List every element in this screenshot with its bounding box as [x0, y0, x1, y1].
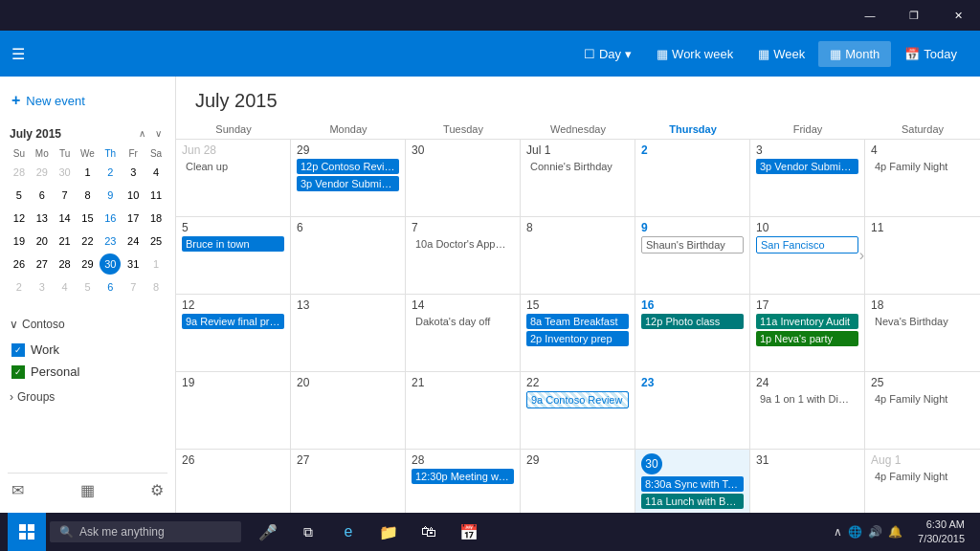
mini-cal-day[interactable]: 29 [32, 162, 53, 183]
event-vendor-sub-fri[interactable]: 3p Vendor Submissions [756, 159, 858, 174]
event-photo-class[interactable]: 12p Photo class [641, 314, 744, 329]
event-sync-tony[interactable]: 8:30a Sync with Tony [641, 476, 744, 492]
mini-cal-day[interactable]: 11 [145, 185, 167, 206]
mini-cal-day[interactable]: 7 [122, 276, 144, 298]
mini-cal-day[interactable]: 4 [55, 276, 76, 298]
event-contoso-review-22[interactable]: 9a Contoso Review [526, 391, 629, 408]
mini-cal-day[interactable]: 2 [9, 276, 30, 298]
mini-cal-day[interactable]: 22 [77, 231, 98, 252]
mini-cal-day[interactable]: 8 [145, 276, 167, 298]
network-icon[interactable]: 🌐 [848, 525, 862, 539]
work-week-nav-button[interactable]: ▦ Work week [645, 41, 745, 67]
volume-icon[interactable]: 🔊 [868, 525, 882, 539]
taskbar-folder-icon[interactable]: 📁 [369, 513, 408, 551]
event-team-breakfast[interactable]: 8a Team Breakfast [526, 314, 629, 329]
mini-cal-day[interactable]: 9 [100, 185, 121, 206]
mini-cal-day[interactable]: 14 [55, 208, 76, 229]
event-nevas-birthday[interactable]: Neva's Birthday [871, 314, 974, 329]
new-event-button[interactable]: + New event [8, 86, 167, 115]
mini-cal-day[interactable]: 21 [55, 231, 76, 252]
mini-cal-day[interactable]: 3 [32, 276, 53, 298]
notification-icon[interactable]: 🔔 [888, 525, 902, 539]
week-nav-button[interactable]: ▦ Week [746, 41, 816, 67]
event-review-final-project[interactable]: 9a Review final project [182, 314, 284, 329]
mini-cal-day[interactable]: 30 [55, 162, 76, 183]
search-input[interactable] [79, 525, 213, 539]
mini-cal-day[interactable]: 28 [9, 162, 30, 183]
mini-cal-day[interactable]: 26 [9, 253, 30, 275]
mini-cal-day[interactable]: 24 [122, 231, 144, 252]
taskbar-microphone-icon[interactable]: 🎤 [249, 513, 287, 551]
taskbar-store-icon[interactable]: 🛍 [410, 513, 448, 551]
close-button[interactable]: ✕ [936, 0, 980, 31]
mini-cal-day[interactable]: 17 [122, 208, 144, 229]
taskbar-edge-icon[interactable]: e [329, 513, 368, 551]
taskbar-task-view-icon[interactable]: ⧉ [289, 513, 327, 551]
event-cleanup[interactable]: Clean up [182, 159, 284, 174]
minimize-button[interactable]: — [848, 0, 892, 31]
event-dakotas-day-off[interactable]: Dakota's day off [412, 314, 514, 329]
event-contoso-review[interactable]: 12p Contoso Review [297, 159, 399, 174]
mini-cal-day[interactable]: 6 [100, 276, 121, 298]
event-inventory-audit[interactable]: 11a Inventory Audit [756, 314, 858, 329]
mini-cal-day[interactable]: 8 [77, 185, 98, 206]
event-meeting-with-m[interactable]: 12:30p Meeting with M [412, 469, 514, 484]
work-calendar-item[interactable]: ✓ Work [8, 339, 167, 361]
mini-cal-day[interactable]: 28 [55, 253, 76, 275]
taskbar-calendar-app-icon[interactable]: 📅 [450, 513, 488, 551]
event-doctors-appoint[interactable]: 10a Doctor's Appoint [412, 236, 514, 252]
mini-cal-day[interactable]: 13 [32, 208, 53, 229]
mini-cal-day[interactable]: 6 [32, 185, 53, 206]
day-nav-button[interactable]: ☐ Day ▾ [572, 41, 643, 67]
event-inventory-prep[interactable]: 2p Inventory prep [526, 331, 629, 346]
event-nevas-party[interactable]: 1p Neva's party [756, 331, 858, 346]
mini-cal-day[interactable]: 20 [32, 231, 53, 252]
work-checkbox[interactable]: ✓ [11, 343, 25, 357]
personal-calendar-item[interactable]: ✓ Personal [8, 361, 167, 383]
hamburger-icon[interactable]: ☰ [11, 45, 25, 63]
event-san-francisco[interactable]: San Fancisco [756, 236, 858, 253]
mini-cal-day[interactable]: 15 [77, 208, 98, 229]
mini-cal-day[interactable]: 29 [77, 253, 98, 275]
mini-cal-day[interactable]: 4 [145, 162, 167, 183]
mini-cal-prev-button[interactable]: ∧ [135, 126, 149, 141]
mini-cal-day[interactable]: 25 [145, 231, 167, 252]
event-family-night-4[interactable]: 4p Family Night [871, 159, 974, 174]
event-lunch-barbra[interactable]: 11a Lunch with Barbra [641, 494, 744, 509]
mini-cal-day[interactable]: 12 [9, 208, 30, 229]
taskbar-time[interactable]: 6:30 AM 7/30/2015 [910, 518, 972, 547]
groups-header[interactable]: › Groups [8, 383, 167, 408]
chevron-up-icon[interactable]: ∧ [834, 525, 842, 539]
event-bruce-in-town[interactable]: Bruce in town [182, 236, 284, 252]
mini-cal-day[interactable]: 27 [32, 253, 53, 275]
search-bar[interactable]: 🔍 [50, 521, 241, 542]
today-nav-button[interactable]: 📅 Today [893, 41, 969, 67]
event-shauns-birthday[interactable]: Shaun's Birthday [641, 236, 744, 253]
mini-cal-day[interactable]: 18 [145, 208, 167, 229]
event-connies-birthday[interactable]: Connie's Birthday [526, 159, 629, 174]
mini-cal-day[interactable]: 7 [55, 185, 76, 206]
mini-cal-day[interactable]: 16 [100, 208, 121, 229]
calendars-header[interactable]: ∨ Contoso [8, 314, 167, 339]
event-family-night-aug1[interactable]: 4p Family Night [871, 469, 974, 484]
mini-cal-day[interactable]: 1 [77, 162, 98, 183]
event-family-night-25[interactable]: 4p Family Night [871, 391, 974, 407]
event-1on1-diana[interactable]: 9a 1 on 1 with Diana [756, 391, 858, 407]
mini-cal-next-button[interactable]: ∨ [151, 126, 166, 141]
calendar-footer-icon[interactable]: ▦ [80, 481, 95, 499]
month-nav-button[interactable]: ▦ Month [818, 41, 891, 67]
mini-cal-day[interactable]: 5 [9, 185, 30, 206]
mini-cal-day[interactable]: 5 [77, 276, 98, 298]
mini-cal-day[interactable]: 31 [122, 253, 144, 275]
settings-icon[interactable]: ⚙ [150, 481, 164, 499]
mini-cal-day[interactable]: 2 [100, 162, 121, 183]
mini-cal-today[interactable]: 30 [100, 253, 121, 275]
personal-checkbox[interactable]: ✓ [11, 365, 25, 379]
mail-icon[interactable]: ✉ [11, 481, 24, 499]
maximize-button[interactable]: ❐ [892, 0, 936, 31]
start-button[interactable] [8, 513, 46, 551]
mini-cal-day[interactable]: 23 [100, 231, 121, 252]
event-vendor-sub-mon[interactable]: 3p Vendor Submissions [297, 176, 399, 191]
mini-cal-day[interactable]: 10 [122, 185, 144, 206]
mini-cal-day[interactable]: 1 [145, 253, 167, 275]
